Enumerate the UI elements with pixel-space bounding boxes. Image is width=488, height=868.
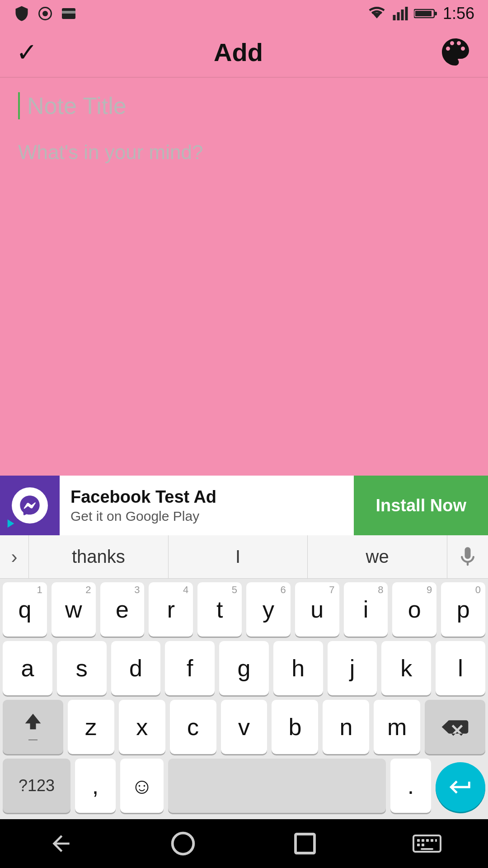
key-j[interactable]: j	[328, 641, 377, 695]
home-button[interactable]	[165, 826, 201, 862]
key-e[interactable]: 3e	[100, 582, 145, 637]
keyboard: › thanks I we 1q 2w 3e 4r 5t 6y 7u 8i 9o…	[0, 535, 488, 819]
svg-rect-21	[422, 844, 424, 846]
svg-rect-19	[435, 839, 437, 842]
suggestion-thanks[interactable]: thanks	[29, 535, 169, 579]
svg-point-12	[173, 833, 194, 854]
key-r[interactable]: 4r	[149, 582, 193, 637]
key-k[interactable]: k	[381, 641, 431, 695]
status-bar: 1:56	[0, 0, 488, 27]
wifi-icon	[367, 5, 387, 22]
svg-rect-7	[401, 9, 404, 20]
svg-rect-15	[417, 839, 420, 842]
shield-icon	[14, 5, 30, 22]
chevron-right-icon: ›	[11, 546, 18, 568]
svg-rect-17	[426, 839, 429, 842]
period-key[interactable]: .	[390, 759, 431, 813]
keyboard-switch-button[interactable]	[409, 826, 445, 862]
ad-app-icon	[12, 487, 48, 524]
install-now-button[interactable]: Install Now	[354, 476, 488, 535]
key-i[interactable]: 8i	[344, 582, 388, 637]
note-body-input[interactable]	[18, 141, 470, 231]
key-p[interactable]: 0p	[441, 582, 485, 637]
note-area	[0, 78, 488, 476]
key-q[interactable]: 1q	[3, 582, 47, 637]
key-x[interactable]: x	[119, 700, 165, 754]
svg-rect-13	[296, 834, 314, 853]
nav-bar	[0, 819, 488, 868]
key-h[interactable]: h	[273, 641, 323, 695]
mic-button[interactable]	[447, 535, 488, 579]
back-button[interactable]	[43, 826, 79, 862]
key-g[interactable]: g	[219, 641, 269, 695]
suggestion-we[interactable]: we	[308, 535, 447, 579]
key-y[interactable]: 6y	[246, 582, 291, 637]
ad-banner: Facebook Test Ad Get it on Google Play I…	[0, 476, 488, 535]
emoji-key[interactable]: ☺	[120, 759, 164, 813]
shift-icon	[21, 710, 45, 733]
key-d[interactable]: d	[111, 641, 161, 695]
key-a[interactable]: a	[3, 641, 52, 695]
svg-rect-5	[393, 15, 395, 20]
backspace-key[interactable]	[425, 700, 485, 754]
key-o[interactable]: 9o	[392, 582, 436, 637]
key-row-3: — z x c v b n m	[3, 700, 485, 754]
svg-point-1	[42, 11, 48, 16]
svg-rect-3	[62, 11, 75, 14]
play-badge	[3, 516, 17, 533]
key-b[interactable]: b	[272, 700, 318, 754]
key-l[interactable]: l	[436, 641, 485, 695]
svg-rect-10	[434, 12, 437, 15]
key-rows: 1q 2w 3e 4r 5t 6y 7u 8i 9o 0p a s d f g …	[0, 579, 488, 819]
key-s[interactable]: s	[57, 641, 107, 695]
card-icon	[61, 5, 77, 22]
suggestions-row: › thanks I we	[0, 535, 488, 579]
svg-rect-8	[405, 7, 408, 20]
comma-key[interactable]: ,	[75, 759, 116, 813]
palette-button[interactable]	[439, 36, 472, 68]
svg-rect-11	[415, 11, 432, 16]
signal-icon	[392, 5, 408, 22]
back-icon	[48, 831, 74, 856]
ad-title: Facebook Test Ad	[70, 487, 343, 507]
key-u[interactable]: 7u	[295, 582, 339, 637]
space-key[interactable]	[168, 759, 386, 813]
circle-icon	[37, 5, 53, 22]
palette-icon	[439, 36, 472, 68]
note-title-input[interactable]	[18, 92, 470, 119]
key-z[interactable]: z	[68, 700, 114, 754]
enter-key[interactable]	[436, 762, 485, 812]
recents-icon	[292, 831, 318, 856]
backspace-icon	[441, 717, 469, 737]
svg-marker-4	[372, 13, 382, 19]
ad-icon-area	[0, 476, 60, 535]
messenger-icon	[18, 494, 42, 517]
status-icons-left	[14, 5, 77, 22]
key-f[interactable]: f	[165, 641, 215, 695]
key-c[interactable]: c	[170, 700, 216, 754]
svg-rect-16	[422, 839, 424, 842]
suggestions-expand[interactable]: ›	[0, 535, 29, 579]
check-button[interactable]: ✓	[16, 38, 38, 67]
suggestion-i[interactable]: I	[169, 535, 308, 579]
mic-icon	[456, 545, 479, 569]
svg-rect-20	[417, 844, 420, 846]
keyboard-icon	[413, 831, 441, 856]
shift-key[interactable]: —	[3, 700, 63, 754]
home-icon	[170, 831, 196, 856]
key-w[interactable]: 2w	[52, 582, 96, 637]
page-title: Add	[214, 38, 263, 67]
key-v[interactable]: v	[221, 700, 267, 754]
battery-icon	[414, 7, 437, 20]
key-n[interactable]: n	[323, 700, 369, 754]
key-t[interactable]: 5t	[197, 582, 242, 637]
key-m[interactable]: m	[374, 700, 420, 754]
recents-button[interactable]	[287, 826, 323, 862]
svg-rect-22	[421, 848, 433, 850]
ad-subtitle: Get it on Google Play	[70, 509, 343, 524]
status-icons-right: 1:56	[367, 4, 474, 23]
key-row-2: a s d f g h j k l	[3, 641, 485, 695]
key-row-4: ?123 , ☺ .	[3, 759, 485, 813]
numbers-key[interactable]: ?123	[3, 759, 70, 813]
status-time: 1:56	[443, 4, 474, 23]
